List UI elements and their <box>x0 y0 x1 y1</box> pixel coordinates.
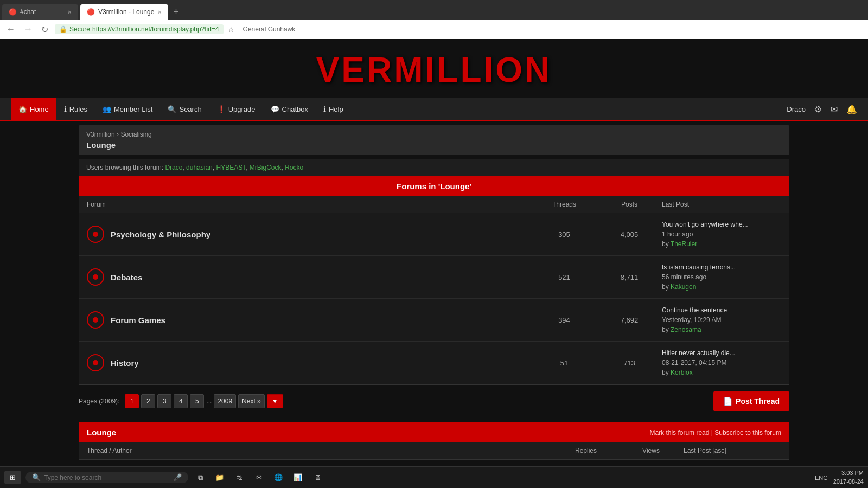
page-btn-next[interactable]: Next » <box>238 394 265 408</box>
nav-upgrade[interactable]: ❗ Upgrade <box>209 98 263 120</box>
pagination-bar: Pages (2009): 1 2 3 4 5 ... 2009 Next » … <box>79 385 789 418</box>
task-view-button[interactable]: ⧉ <box>193 470 208 485</box>
col-threads: Threads <box>532 201 597 208</box>
reload-button[interactable]: ↻ <box>39 22 50 37</box>
browsing-user-2[interactable]: duhasian <box>186 164 213 171</box>
forward-button[interactable]: → <box>22 22 35 36</box>
rules-icon: ℹ <box>64 105 67 113</box>
taskbar: ⊞ 🔍 🎤 ⧉ 📁 🛍 ✉ 🌐 📊 🖥 ENG 3:03 PM 2017-08-… <box>0 466 868 488</box>
taskbar-search-icon: 🔍 <box>32 473 41 481</box>
help-icon: ℹ <box>323 105 326 113</box>
nav-username: Draco <box>787 105 806 113</box>
last-post-author-history[interactable]: Korblox <box>671 369 693 376</box>
app-icon-5[interactable]: 📊 <box>290 470 305 485</box>
forum-icon-inner-psych <box>93 232 98 237</box>
last-post-title-debates: Is islam causing terroris... <box>662 262 781 272</box>
last-post-author-games[interactable]: Zenosama <box>671 326 701 333</box>
nav-home-label: Home <box>30 105 49 113</box>
time-display: 3:03 PM 2017-08-24 <box>833 469 864 486</box>
taskbar-icons: ⧉ 📁 🛍 ✉ 🌐 📊 🖥 <box>193 470 325 485</box>
forum-name-cell-psych: Psychology & Philosophy <box>87 226 532 243</box>
messages-icon[interactable]: ✉ <box>831 104 838 114</box>
post-thread-button[interactable]: 📄 Post Thread <box>713 391 789 411</box>
page-btn-1[interactable]: 1 <box>125 394 139 408</box>
last-post-psych: You won't go anywhere whe... 1 hour ago … <box>662 220 781 249</box>
back-button[interactable]: ← <box>4 22 17 36</box>
breadcrumb-section[interactable]: Socialising <box>120 131 151 138</box>
bookmark-button[interactable]: ☆ <box>228 25 234 34</box>
nav-chatbox-label: Chatbox <box>282 105 308 113</box>
page-btn-3[interactable]: 3 <box>157 394 171 408</box>
last-post-author-debates[interactable]: Kakugen <box>671 283 696 291</box>
new-tab-button[interactable]: + <box>168 4 183 20</box>
nav-home[interactable]: 🏠 Home <box>11 98 56 120</box>
col-last-post-asc: Last Post [asc] <box>684 447 781 454</box>
forum-name-cell-history: History <box>87 354 532 371</box>
last-post-by-games: by Zenosama <box>662 325 781 335</box>
browsing-user-1[interactable]: Draco <box>165 164 182 171</box>
lock-icon: 🔒 <box>59 25 67 33</box>
tab-chat[interactable]: 🔴 #chat ✕ <box>2 4 78 20</box>
forum-threads-games: 394 <box>532 316 597 324</box>
tab-bar: 🔴 #chat ✕ 🔴 V3rmillion - Lounge ✕ + <box>0 0 868 20</box>
file-explorer-icon[interactable]: 📁 <box>212 470 227 485</box>
page-btn-last[interactable]: 2009 <box>214 394 236 408</box>
nav-help[interactable]: ℹ Help <box>316 98 351 120</box>
forum-link-history[interactable]: History <box>111 358 139 368</box>
breadcrumb-current: Lounge <box>86 140 782 150</box>
tab-close-chat[interactable]: ✕ <box>67 9 72 15</box>
app-icon-6[interactable]: 🖥 <box>310 470 325 485</box>
page-btn-4[interactable]: 4 <box>174 394 188 408</box>
browsing-user-5[interactable]: Rocko <box>285 164 303 171</box>
microphone-icon[interactable]: 🎤 <box>173 473 182 481</box>
forum-name-cell-debates: Debates <box>87 268 532 286</box>
members-icon: 👥 <box>103 105 111 113</box>
mark-forum-read-link[interactable]: Mark this forum read <box>649 429 709 436</box>
last-post-author-psych[interactable]: TheRuler <box>671 240 697 248</box>
last-post-debates: Is islam causing terroris... 56 minutes … <box>662 262 781 292</box>
notifications-icon[interactable]: 🔔 <box>846 104 857 114</box>
settings-icon[interactable]: ⚙ <box>814 104 822 114</box>
breadcrumb-home[interactable]: V3rmillion <box>86 131 115 138</box>
browsing-user-3[interactable]: HYBEAST <box>216 164 246 171</box>
subscribe-forum-link[interactable]: Subscribe to this forum <box>714 429 781 436</box>
forum-link-psych[interactable]: Psychology & Philosophy <box>111 230 210 239</box>
store-icon[interactable]: 🛍 <box>232 470 247 485</box>
page-btn-5[interactable]: 5 <box>190 394 204 408</box>
nav-members-label: Member List <box>114 105 153 113</box>
forum-row-psych: Psychology & Philosophy 305 4,005 You wo… <box>79 213 789 256</box>
browsing-user-4[interactable]: MrBigCock <box>250 164 282 171</box>
pagination-dropdown-button[interactable]: ▼ <box>267 394 283 408</box>
forums-header: Forums in 'Lounge' <box>79 176 789 196</box>
browsing-bar: Users browsing this forum: Draco, duhasi… <box>79 159 789 176</box>
start-button[interactable]: ⊞ <box>4 471 21 484</box>
last-post-time-psych: 1 hour ago <box>662 229 781 239</box>
forum-posts-history: 713 <box>597 359 662 367</box>
main-content: V3rmillion › Socialising Lounge Users br… <box>68 125 800 460</box>
taskbar-search-input[interactable] <box>44 474 170 481</box>
page: VERMILLION 🏠 Home ℹ Rules 👥 Member List … <box>0 39 868 488</box>
browser-icon[interactable]: 🌐 <box>271 470 286 485</box>
forum-posts-psych: 4,005 <box>597 230 662 239</box>
tab-close-lounge[interactable]: ✕ <box>157 9 162 15</box>
mail-icon[interactable]: ✉ <box>251 470 266 485</box>
site-title: VERMILLION <box>0 50 868 90</box>
nav-members[interactable]: 👥 Member List <box>95 98 161 120</box>
forums-section: Forums in 'Lounge' Forum Threads Posts L… <box>79 176 789 385</box>
forum-name-cell-games: Forum Games <box>87 311 532 329</box>
page-btn-2[interactable]: 2 <box>141 394 155 408</box>
tab-lounge[interactable]: 🔴 V3rmillion - Lounge ✕ <box>80 4 168 20</box>
forum-link-debates[interactable]: Debates <box>111 273 142 282</box>
nav-bar: 🏠 Home ℹ Rules 👥 Member List 🔍 Search ❗ … <box>0 98 868 121</box>
forum-icon-inner-games <box>93 317 98 323</box>
forum-icon-inner-history <box>93 360 98 365</box>
nav-rules[interactable]: ℹ Rules <box>56 98 95 120</box>
nav-chatbox[interactable]: 💬 Chatbox <box>263 98 316 120</box>
last-post-by-history: by Korblox <box>662 368 781 377</box>
nav-rules-label: Rules <box>69 105 87 113</box>
forum-row-games: Forum Games 394 7,692 Continue the sente… <box>79 299 789 342</box>
nav-search[interactable]: 🔍 Search <box>160 98 209 120</box>
last-post-time-games: Yesterday, 10:29 AM <box>662 315 781 325</box>
taskbar-search-bar[interactable]: 🔍 🎤 <box>25 472 188 483</box>
forum-link-games[interactable]: Forum Games <box>111 316 165 325</box>
